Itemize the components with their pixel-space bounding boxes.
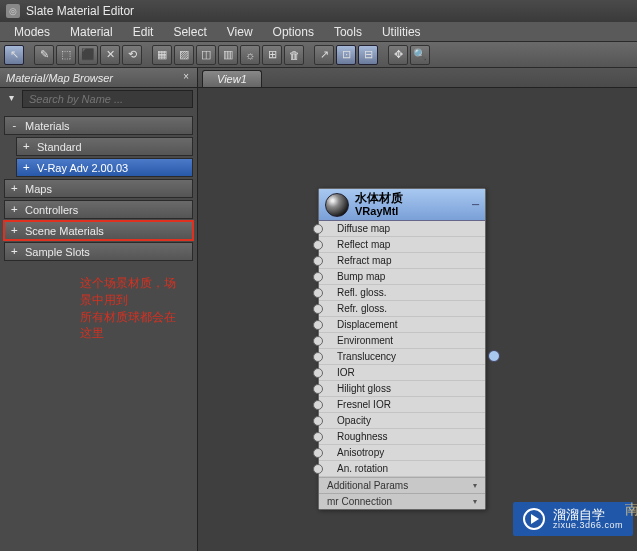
node-subtitle: VRayMtl xyxy=(355,205,403,217)
menubar: ModesMaterialEditSelectViewOptionsToolsU… xyxy=(0,22,637,42)
delete[interactable]: ✕ xyxy=(100,45,120,65)
toolbar: ↖✎⬚⬛✕⟲▦▨◫▥☼⊞🗑↗⊡⊟✥🔍 xyxy=(0,42,637,68)
slot-refract-map[interactable]: Refract map xyxy=(319,253,485,269)
app-icon: ◎ xyxy=(6,4,20,18)
viewport[interactable]: View1 水体材质 VRayMtl ─ Diffuse mapReflect … xyxy=(198,68,637,551)
slot-an-rotation[interactable]: An. rotation xyxy=(319,461,485,477)
move-children[interactable]: ↗ xyxy=(314,45,334,65)
menu-utilities[interactable]: Utilities xyxy=(372,25,431,39)
material-map-navigator[interactable]: ✥ xyxy=(388,45,408,65)
input-port[interactable] xyxy=(313,416,323,426)
sample-type[interactable]: ◫ xyxy=(196,45,216,65)
input-port[interactable] xyxy=(313,432,323,442)
layout-children[interactable]: ⊟ xyxy=(358,45,378,65)
menu-modes[interactable]: Modes xyxy=(4,25,60,39)
input-port[interactable] xyxy=(313,336,323,346)
footer-additional-params[interactable]: Additional Params▾ xyxy=(319,477,485,493)
input-port[interactable] xyxy=(313,320,323,330)
expand-icon[interactable]: ▾ xyxy=(4,92,18,106)
tree-item-maps[interactable]: +Maps xyxy=(4,179,193,198)
chevron-down-icon: ▾ xyxy=(473,481,477,490)
slot-translucency[interactable]: Translucency xyxy=(319,349,485,365)
annotation-text: 这个场景材质，场景中用到 所有材质球都会在这里 xyxy=(0,267,197,342)
input-port[interactable] xyxy=(313,224,323,234)
menu-view[interactable]: View xyxy=(217,25,263,39)
slot-ior[interactable]: IOR xyxy=(319,365,485,381)
menu-options[interactable]: Options xyxy=(263,25,324,39)
view-tab[interactable]: View1 xyxy=(202,70,262,87)
tree-item-standard[interactable]: +Standard xyxy=(16,137,193,156)
select-tool[interactable]: ↖ xyxy=(4,45,24,65)
input-port[interactable] xyxy=(313,256,323,266)
input-port[interactable] xyxy=(313,304,323,314)
material-preview-sphere xyxy=(325,193,349,217)
menu-edit[interactable]: Edit xyxy=(123,25,164,39)
browser-title: Material/Map Browser xyxy=(6,72,113,84)
window-title: Slate Material Editor xyxy=(26,4,134,18)
menu-material[interactable]: Material xyxy=(60,25,123,39)
show-end-result[interactable]: ⊞ xyxy=(262,45,282,65)
footer-mr-connection[interactable]: mr Connection▾ xyxy=(319,493,485,509)
menu-tools[interactable]: Tools xyxy=(324,25,372,39)
tree-item-controllers[interactable]: +Controllers xyxy=(4,200,193,219)
assign-selection[interactable]: ⬛ xyxy=(78,45,98,65)
select-by-material[interactable]: 🔍 xyxy=(410,45,430,65)
slot-refl-gloss-[interactable]: Refl. gloss. xyxy=(319,285,485,301)
input-port[interactable] xyxy=(313,384,323,394)
slot-anisotropy[interactable]: Anisotropy xyxy=(319,445,485,461)
backlight[interactable]: ▨ xyxy=(174,45,194,65)
slot-refr-gloss-[interactable]: Refr. gloss. xyxy=(319,301,485,317)
material-map-browser: Material/Map Browser × ▾ -Materials+Stan… xyxy=(0,68,198,551)
preview-options[interactable]: ▥ xyxy=(218,45,238,65)
input-port[interactable] xyxy=(313,464,323,474)
collapse-icon[interactable]: ─ xyxy=(472,199,479,210)
watermark-side: 南 xyxy=(625,501,637,519)
input-port[interactable] xyxy=(313,448,323,458)
slot-bump-map[interactable]: Bump map xyxy=(319,269,485,285)
node-title: 水体材质 xyxy=(355,192,403,205)
input-port[interactable] xyxy=(313,400,323,410)
background[interactable]: ▦ xyxy=(152,45,172,65)
reset[interactable]: ⟲ xyxy=(122,45,142,65)
layout-all[interactable]: ⊡ xyxy=(336,45,356,65)
menu-select[interactable]: Select xyxy=(163,25,216,39)
close-icon[interactable]: × xyxy=(179,71,193,85)
search-input[interactable] xyxy=(22,90,193,108)
slot-displacement[interactable]: Displacement xyxy=(319,317,485,333)
tree-item-scene-materials[interactable]: +Scene Materials xyxy=(4,221,193,240)
slot-opacity[interactable]: Opacity xyxy=(319,413,485,429)
tree-item-materials[interactable]: -Materials xyxy=(4,116,193,135)
show-map[interactable]: ☼ xyxy=(240,45,260,65)
tree-item-sample-slots[interactable]: +Sample Slots xyxy=(4,242,193,261)
slot-roughness[interactable]: Roughness xyxy=(319,429,485,445)
clear[interactable]: 🗑 xyxy=(284,45,304,65)
input-port[interactable] xyxy=(313,288,323,298)
material-node[interactable]: 水体材质 VRayMtl ─ Diffuse mapReflect mapRef… xyxy=(318,188,486,510)
input-port[interactable] xyxy=(313,352,323,362)
node-canvas[interactable]: 水体材质 VRayMtl ─ Diffuse mapReflect mapRef… xyxy=(198,88,637,551)
pick-tool[interactable]: ✎ xyxy=(34,45,54,65)
input-port[interactable] xyxy=(313,272,323,282)
input-port[interactable] xyxy=(313,368,323,378)
play-icon xyxy=(523,508,545,530)
input-port[interactable] xyxy=(313,240,323,250)
tree-item-v-ray-adv-2-00-03[interactable]: +V-Ray Adv 2.00.03 xyxy=(16,158,193,177)
chevron-down-icon: ▾ xyxy=(473,497,477,506)
slot-fresnel-ior[interactable]: Fresnel IOR xyxy=(319,397,485,413)
assign-material[interactable]: ⬚ xyxy=(56,45,76,65)
watermark: 溜溜自学 zixue.3d66.com xyxy=(513,502,633,536)
output-port[interactable] xyxy=(479,349,493,363)
slot-hilight-gloss[interactable]: Hilight gloss xyxy=(319,381,485,397)
slot-diffuse-map[interactable]: Diffuse map xyxy=(319,221,485,237)
slot-reflect-map[interactable]: Reflect map xyxy=(319,237,485,253)
slot-environment[interactable]: Environment xyxy=(319,333,485,349)
